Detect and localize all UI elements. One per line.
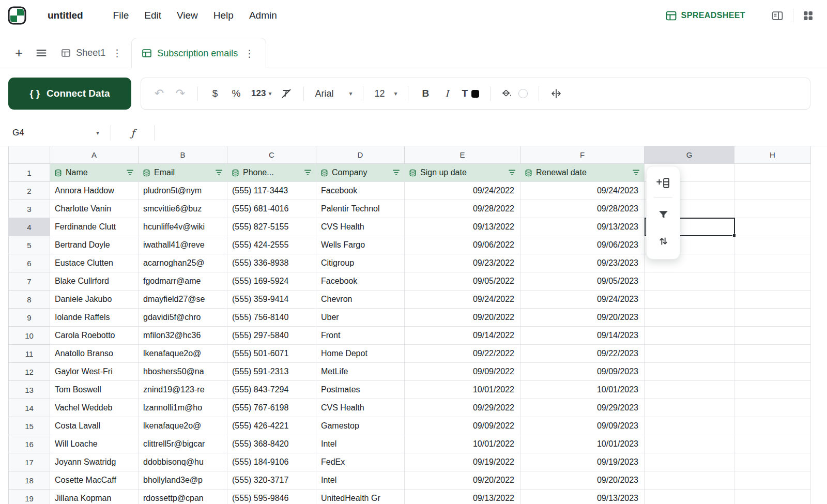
sheet-list-button[interactable] [29,38,53,68]
cell[interactable]: FedEx [316,453,405,471]
cell[interactable] [645,490,734,504]
app-logo[interactable] [7,6,27,25]
cell[interactable]: 10/01/2023 [520,381,645,399]
cell[interactable]: Intel [316,435,405,453]
field-header-renewal-date[interactable]: Renewal date [520,164,645,182]
cell[interactable]: lkenafaque2o@ [139,417,227,435]
cell[interactable]: (555) 297-5840 [227,327,316,345]
cell[interactable] [645,417,734,435]
cell[interactable]: ddobbisonq@hu [139,453,227,471]
cell[interactable]: 10/01/2022 [405,435,520,453]
cell[interactable]: (555) 827-5155 [227,218,316,236]
row-header-7[interactable]: 7 [9,272,50,291]
column-filter-icon[interactable] [215,169,223,176]
cell[interactable] [645,435,734,453]
column-filter-icon[interactable] [632,169,640,176]
kebab-menu-icon[interactable]: ⋮ [111,47,123,59]
field-header-company[interactable]: Company [316,164,405,182]
font-family-dropdown[interactable]: Arial ▾ [311,83,356,104]
cell[interactable]: MetLife [316,363,405,381]
cell[interactable]: Home Depot [316,345,405,363]
column-header-G[interactable]: G [645,146,734,164]
cell[interactable]: Vachel Weddeb [50,399,139,417]
cell[interactable] [734,272,811,291]
cell[interactable]: (555) 681-4016 [227,200,316,218]
cell[interactable]: Postmates [316,381,405,399]
cell[interactable]: Joyann Swatridg [50,453,139,471]
cell[interactable] [734,381,811,399]
row-header-8[interactable]: 8 [9,291,50,309]
cell[interactable]: clittrell5r@bigcar [139,435,227,453]
cell[interactable]: Front [316,327,405,345]
column-header-E[interactable]: E [405,146,520,164]
cell[interactable]: Palentir Technol [316,200,405,218]
cell[interactable]: (555) 501-6071 [227,345,316,363]
cell[interactable]: acarnoghan25@ [139,254,227,272]
column-header-A[interactable]: A [50,146,139,164]
cell[interactable] [645,272,734,291]
cell[interactable]: 09/20/2023 [520,471,645,490]
cell-reference-box[interactable]: G4 ▾ [0,128,111,138]
cell[interactable]: Charlotte Vanin [50,200,139,218]
cell[interactable]: Carola Roebotto [50,327,139,345]
connect-data-button[interactable]: { } Connect Data [8,78,131,110]
cell[interactable]: Bertrand Doyle [50,236,139,254]
cell[interactable]: 09/29/2023 [520,399,645,417]
cell[interactable] [734,453,811,471]
column-header-F[interactable]: F [520,146,645,164]
fill-color-button[interactable] [498,83,531,104]
sort-button[interactable] [656,234,671,249]
number-format-dropdown[interactable]: 123 ▾ [248,83,275,104]
cell[interactable]: 09/24/2022 [405,291,520,309]
cell[interactable] [645,399,734,417]
cell[interactable]: 09/22/2023 [520,345,645,363]
row-header-6[interactable]: 6 [9,254,50,272]
apps-grid-button[interactable] [801,8,816,23]
cell[interactable]: 09/20/2022 [405,309,520,327]
italic-button[interactable]: I [437,83,456,104]
cell[interactable]: lzannolli1m@ho [139,399,227,417]
cell[interactable] [734,363,811,381]
cell[interactable]: bhollyland3e@p [139,471,227,490]
cell[interactable]: Gaylor West-Fri [50,363,139,381]
cell[interactable]: (555) 184-9106 [227,453,316,471]
cell[interactable]: Wells Fargo [316,236,405,254]
layout-toggle-button[interactable] [769,8,786,23]
cell[interactable]: (555) 767-6198 [227,399,316,417]
cell[interactable]: 09/13/2023 [520,218,645,236]
cell[interactable]: Gamestop [316,417,405,435]
cell[interactable]: 09/06/2022 [405,236,520,254]
column-filter-icon[interactable] [304,169,312,176]
cell[interactable]: 09/09/2023 [520,363,645,381]
kebab-menu-icon[interactable]: ⋮ [243,48,255,59]
cell[interactable]: 09/19/2023 [520,453,645,471]
cell[interactable]: gdavidi5f@chro [139,309,227,327]
formula-input[interactable] [155,120,827,146]
redo-button[interactable]: ↷ [171,83,190,104]
cell[interactable]: (555) 359-9414 [227,291,316,309]
bold-button[interactable]: B [416,83,435,104]
add-sheet-button[interactable]: + [8,38,29,68]
cell[interactable] [734,182,811,200]
cell[interactable]: Citigroup [316,254,405,272]
cell[interactable]: fgodmarr@ame [139,272,227,291]
row-header-13[interactable]: 13 [9,381,50,399]
cell[interactable]: 09/23/2022 [405,254,520,272]
cell[interactable]: (555) 591-2313 [227,363,316,381]
row-header-2[interactable]: 2 [9,182,50,200]
row-header-19[interactable]: 19 [9,490,50,504]
cell[interactable]: Annora Haddow [50,182,139,200]
cell[interactable]: znind19@123-re [139,381,227,399]
cell[interactable]: (555) 368-8420 [227,435,316,453]
cell[interactable]: Will Loache [50,435,139,453]
cell[interactable]: 09/14/2022 [405,327,520,345]
cell[interactable] [734,327,811,345]
cell[interactable] [645,453,734,471]
row-header-15[interactable]: 15 [9,417,50,435]
row-header-18[interactable]: 18 [9,471,50,490]
cell[interactable]: 09/24/2023 [520,182,645,200]
cell[interactable] [645,327,734,345]
cell[interactable]: (555) 756-8140 [227,309,316,327]
cell[interactable]: 10/01/2022 [405,381,520,399]
cell[interactable]: Facebook [316,272,405,291]
